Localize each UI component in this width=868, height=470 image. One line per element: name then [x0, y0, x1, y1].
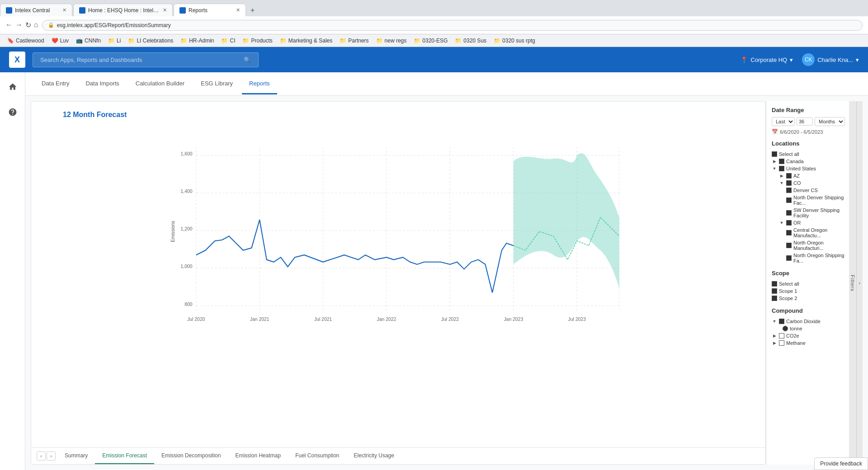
tab-close-ehsq[interactable]: ✕: [163, 7, 167, 13]
bookmark-products[interactable]: 📁 Products: [241, 37, 274, 45]
tab-close-reports[interactable]: ✕: [236, 7, 240, 13]
tab-reports[interactable]: Reports: [242, 74, 277, 94]
bottom-tab-emission-decomposition[interactable]: Emission Decomposition: [154, 448, 228, 464]
scope-2[interactable]: Scope 2: [772, 295, 851, 302]
compound-tonne[interactable]: tonne: [772, 325, 851, 332]
bookmark-new-regs[interactable]: 📁 new regs: [374, 37, 409, 45]
bookmark-ci[interactable]: 📁 CI: [219, 37, 237, 45]
location-north-oregon-ship[interactable]: North Oregon Shipping Fa...: [772, 252, 851, 264]
toggle-co[interactable]: ▼: [779, 180, 784, 186]
checkbox-north-oregon-ship[interactable]: [786, 255, 792, 261]
sidebar-icon-help[interactable]: [4, 103, 22, 121]
location-select-all[interactable]: Select all: [772, 150, 851, 158]
bookmark-0320-sus[interactable]: 📁 0320 Sus: [453, 37, 488, 45]
checkbox-north-oregon-mfg[interactable]: [786, 243, 792, 248]
provide-feedback-button[interactable]: Provide feedback: [814, 457, 868, 470]
tab-reports[interactable]: Reports ✕: [174, 4, 246, 16]
location-selector[interactable]: 📍 Corporate HQ ▾: [741, 56, 793, 63]
date-range-value-input[interactable]: [797, 118, 813, 126]
location-north-denver[interactable]: North Denver Shipping Fac...: [772, 194, 851, 207]
compound-co2e[interactable]: ▶ CO2e: [772, 332, 851, 339]
bottom-tab-fuel-consumption[interactable]: Fuel Consumption: [288, 448, 346, 464]
back-button[interactable]: ←: [5, 21, 13, 29]
location-canada[interactable]: ▶ Canada: [772, 158, 851, 165]
date-range-unit-select[interactable]: Months: [815, 117, 845, 126]
checkbox-co[interactable]: [786, 180, 792, 186]
filters-collapse-button[interactable]: ›: [856, 101, 863, 465]
scope-1[interactable]: Scope 1: [772, 287, 851, 295]
toggle-methane[interactable]: ▶: [772, 340, 777, 346]
bookmark-li[interactable]: 📁 Li: [106, 37, 123, 45]
app-logo[interactable]: X: [9, 52, 25, 68]
bookmark-luv[interactable]: ❤️ Luv: [50, 37, 71, 45]
checkbox-select-all[interactable]: [772, 151, 777, 157]
tab-data-entry[interactable]: Data Entry: [34, 74, 76, 94]
scope-select-all[interactable]: Select all: [772, 280, 851, 287]
bookmark-castlewood[interactable]: 🔖 Castlewood: [5, 37, 46, 45]
toggle-az[interactable]: ▶: [779, 173, 784, 179]
sidebar-icon-home[interactable]: [4, 78, 22, 96]
checkbox-scope-all[interactable]: [772, 281, 777, 287]
location-sw-denver[interactable]: SW Denver Shipping Facility: [772, 207, 851, 219]
date-range-type-select[interactable]: Last: [772, 117, 795, 126]
bookmark-0320-esg[interactable]: 📁 0320-ESG: [412, 37, 449, 45]
svg-text:Jan 2021: Jan 2021: [250, 317, 269, 322]
filters-side-tab[interactable]: Filters: [849, 101, 856, 465]
url-bar[interactable]: 🔒 esg.intelex.app/ESG/Report/EmissionSum…: [42, 20, 863, 31]
location-or[interactable]: ▼ OR: [772, 219, 851, 226]
chevron-down-icon: ▾: [856, 56, 859, 63]
compound-methane[interactable]: ▶ Methane: [772, 339, 851, 347]
bottom-tab-emission-forecast[interactable]: Emission Forecast: [95, 448, 154, 464]
user-selector[interactable]: CK Charlie Kna... ▾: [802, 53, 859, 66]
bookmark-partners[interactable]: 📁 Partners: [338, 37, 370, 45]
bookmark-marketing[interactable]: 📁 Marketing & Sales: [278, 37, 334, 45]
location-central-oregon[interactable]: Central Oregon Manufactu...: [772, 226, 851, 239]
location-us[interactable]: ▼ United States: [772, 165, 851, 172]
location-az[interactable]: ▶ AZ: [772, 172, 851, 179]
home-button[interactable]: ⌂: [34, 21, 38, 29]
checkbox-or[interactable]: [786, 220, 792, 226]
tab-intelex[interactable]: Intelex Central ✕: [0, 4, 72, 16]
checkbox-az[interactable]: [786, 173, 792, 179]
checkbox-denver-cs[interactable]: [786, 188, 792, 193]
tab-close-intelex[interactable]: ✕: [62, 7, 66, 13]
checkbox-methane[interactable]: [779, 340, 784, 346]
reload-button[interactable]: ↻: [25, 21, 31, 29]
location-north-oregon-mfg[interactable]: North Oregon Manufacturi...: [772, 239, 851, 252]
toggle-canada[interactable]: ▶: [772, 159, 777, 164]
bookmark-0320-sus-rptg[interactable]: 📁 0320 sus rptg: [492, 37, 537, 45]
location-denver-cs[interactable]: Denver CS: [772, 187, 851, 194]
checkbox-central-oregon[interactable]: [786, 230, 792, 235]
bookmark-hr-admin[interactable]: 📁 HR-Admin: [179, 37, 216, 45]
toggle-us[interactable]: ▼: [772, 166, 777, 171]
checkbox-co2e[interactable]: [779, 333, 784, 338]
tab-ehsq[interactable]: Home : EHSQ Home : Intelex 6.5 ✕: [73, 4, 173, 16]
radio-tonne[interactable]: [783, 326, 788, 331]
tab-calculation-builder[interactable]: Calculation Builder: [128, 74, 192, 94]
compound-co2[interactable]: ▼ Carbon Dioxide: [772, 318, 851, 325]
bottom-tab-emission-heatmap[interactable]: Emission Heatmap: [228, 448, 288, 464]
toggle-or[interactable]: ▼: [779, 220, 784, 226]
bottom-tab-summary[interactable]: Summary: [57, 448, 95, 464]
forward-button[interactable]: →: [15, 21, 23, 29]
checkbox-north-denver[interactable]: [786, 197, 792, 203]
location-co[interactable]: ▼ CO: [772, 179, 851, 187]
bookmark-cnnfn[interactable]: 📺 CNNfn: [74, 37, 103, 45]
checkbox-co2[interactable]: [779, 319, 784, 324]
checkbox-scope-2[interactable]: [772, 296, 777, 301]
toggle-co2e[interactable]: ▶: [772, 333, 777, 338]
toggle-co2[interactable]: ▼: [772, 319, 777, 324]
bottom-nav-next[interactable]: ›: [47, 451, 56, 461]
filters-side-label: Filters: [850, 275, 855, 291]
bottom-nav-prev[interactable]: ‹: [37, 451, 46, 461]
bottom-tab-electricity-usage[interactable]: Electricity Usage: [347, 448, 401, 464]
search-bar[interactable]: Search Apps, Reports and Dashboards 🔍: [33, 52, 259, 67]
checkbox-us[interactable]: [779, 166, 784, 171]
checkbox-scope-1[interactable]: [772, 288, 777, 294]
checkbox-canada[interactable]: [779, 159, 784, 164]
new-tab-button[interactable]: +: [247, 5, 258, 16]
checkbox-sw-denver[interactable]: [786, 210, 792, 216]
tab-data-imports[interactable]: Data Imports: [78, 74, 126, 94]
tab-esg-library[interactable]: ESG Library: [193, 74, 240, 94]
bookmark-li-celebrations[interactable]: 📁 LI Celebrations: [126, 37, 175, 45]
